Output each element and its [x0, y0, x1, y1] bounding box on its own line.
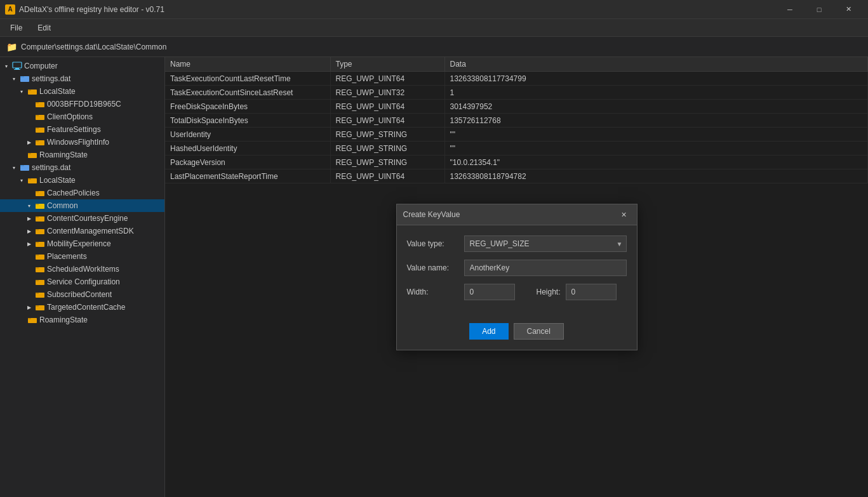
- expand-subscribedcontent: [25, 291, 33, 298]
- value-name-label: Value name:: [407, 263, 464, 272]
- dialog-title: Create KeyValue: [403, 210, 460, 219]
- svg-rect-16: [28, 153, 31, 154]
- tree-item-scheduledworkitems[interactable]: ScheduledWorkItems: [0, 263, 164, 275]
- title-bar: A ADeltaX's offline registry hive editor…: [0, 0, 868, 19]
- folder-icon-roamingstate2: [27, 315, 37, 324]
- folder-icon-contentmanagementsdk: [35, 227, 45, 235]
- expand-scheduledworkitems: [25, 265, 33, 273]
- tree-item-common[interactable]: ▾ Common: [0, 199, 164, 212]
- tree-label-mobilityexperience: MobilityExperience: [47, 239, 111, 248]
- expand-windowsflightinfo[interactable]: ▶: [25, 138, 33, 146]
- expand-contentmanagementsdk[interactable]: ▶: [25, 227, 33, 235]
- tree-item-windowsflightinfo[interactable]: ▶ WindowsFlightInfo: [0, 136, 164, 149]
- folder-icon-subscribedcontent: [35, 290, 45, 299]
- cancel-button[interactable]: Cancel: [514, 323, 564, 340]
- expand-placements: [25, 253, 33, 260]
- expand-localstate2[interactable]: ▾: [18, 176, 25, 184]
- svg-rect-34: [36, 267, 39, 268]
- svg-rect-10: [36, 115, 39, 116]
- svg-rect-32: [36, 255, 39, 256]
- expand-localstate1[interactable]: ▾: [18, 88, 25, 95]
- dialog-overlay: Create KeyValue × Value type: REG_UWP_SI…: [165, 57, 868, 497]
- folder-icon-serviceconfiguration: [35, 277, 45, 286]
- size-row: Width: Height:: [407, 284, 627, 300]
- menu-edit[interactable]: Edit: [30, 21, 58, 35]
- value-type-label: Value type:: [407, 239, 464, 248]
- tree-item-roamingstate2[interactable]: RoamingState: [0, 314, 164, 326]
- tree-label-windowsflightinfo: WindowsFlightInfo: [47, 138, 109, 147]
- folder-icon-localstate1: [27, 87, 37, 96]
- title-bar-text: ADeltaX's offline registry hive editor -…: [19, 5, 775, 14]
- dialog-footer: Add Cancel: [397, 318, 637, 350]
- expand-clientoptions: [25, 113, 33, 121]
- tree-item-cachedpolicies[interactable]: CachedPolicies: [0, 187, 164, 199]
- menu-bar: File Edit: [0, 19, 868, 37]
- folder-icon-featuresettings: [35, 125, 45, 134]
- tree-label-targetedcontentcache: TargetedContentCache: [47, 303, 125, 312]
- expand-targetedcontentcache[interactable]: ▶: [25, 303, 33, 311]
- value-type-select[interactable]: REG_UWP_SIZEREG_UWP_STRINGREG_UWP_UINT32…: [464, 235, 627, 252]
- address-path: Computer\settings.dat\LocalState\Common: [21, 43, 166, 51]
- tree-item-localstate2[interactable]: ▾ LocalState: [0, 174, 164, 187]
- svg-rect-2: [14, 69, 20, 70]
- tree-item-targetedcontentcache[interactable]: ▶ TargetedContentCache: [0, 301, 164, 314]
- tree-item-placements[interactable]: Placements: [0, 250, 164, 263]
- tree-label-clientoptions: ClientOptions: [47, 112, 93, 121]
- dialog-close-button[interactable]: ×: [618, 208, 631, 221]
- svg-rect-42: [28, 318, 31, 319]
- tree-label-localstate2: LocalState: [39, 176, 76, 185]
- width-input[interactable]: [464, 284, 515, 300]
- folder-icon-clientoptions: [35, 112, 45, 121]
- tree-item-roamingstate1[interactable]: RoamingState: [0, 149, 164, 161]
- tree-item-subscribedcontent[interactable]: SubscribedContent: [0, 288, 164, 301]
- expand-computer[interactable]: ▾: [3, 62, 10, 70]
- value-name-input[interactable]: [464, 260, 627, 276]
- tree-item-localstate1[interactable]: ▾ LocalState: [0, 85, 164, 98]
- svg-rect-12: [36, 128, 39, 129]
- tree-label-contentmanagementsdk: ContentManagementSDK: [47, 227, 134, 235]
- tree-item-computer[interactable]: ▾ Computer: [0, 60, 164, 72]
- create-keyvalue-dialog: Create KeyValue × Value type: REG_UWP_SI…: [396, 204, 638, 350]
- expand-common[interactable]: ▾: [25, 202, 33, 209]
- tree-item-settings1[interactable]: ▾ settings.dat: [0, 72, 164, 85]
- maximize-button[interactable]: □: [805, 0, 834, 19]
- folder-icon-localstate2: [27, 176, 37, 185]
- tree-label-subscribedcontent: SubscribedContent: [47, 290, 112, 299]
- expand-settings1[interactable]: ▾: [10, 75, 18, 83]
- tree-label-localstate1: LocalState: [39, 87, 76, 96]
- svg-rect-4: [20, 76, 24, 77]
- folder-icon-common: [35, 201, 45, 210]
- close-button[interactable]: ✕: [834, 0, 863, 19]
- expand-contentcourtesyengine[interactable]: ▶: [25, 215, 33, 222]
- tree-label-settings2: settings.dat: [32, 163, 70, 172]
- tree-item-clientoptions[interactable]: ClientOptions: [0, 110, 164, 123]
- dialog-body: Value type: REG_UWP_SIZEREG_UWP_STRINGRE…: [397, 225, 637, 318]
- svg-rect-26: [36, 216, 39, 218]
- svg-rect-24: [36, 204, 39, 205]
- tree-panel: ▾ Computer ▾ settings.dat ▾ LocalState: [0, 57, 165, 497]
- tree-item-mobilityexperience[interactable]: ▶ MobilityExperience: [0, 237, 164, 250]
- folder-icon-scheduledworkitems: [35, 265, 45, 274]
- expand-mobilityexperience[interactable]: ▶: [25, 240, 33, 248]
- tree-item-0003[interactable]: 0003BFFDD19B965C: [0, 98, 164, 110]
- svg-rect-0: [13, 62, 22, 68]
- folder-icon-address: 📁: [6, 42, 17, 52]
- svg-rect-36: [36, 280, 39, 281]
- svg-rect-20: [28, 178, 31, 180]
- height-input[interactable]: [566, 284, 617, 300]
- folder-icon-mobilityexperience: [35, 239, 45, 248]
- menu-file[interactable]: File: [3, 21, 30, 35]
- svg-rect-22: [36, 191, 39, 192]
- tree-item-contentmanagementsdk[interactable]: ▶ ContentManagementSDK: [0, 225, 164, 237]
- add-button[interactable]: Add: [469, 323, 508, 340]
- tree-item-serviceconfiguration[interactable]: Service Configuration: [0, 275, 164, 288]
- svg-rect-14: [36, 140, 39, 142]
- tree-item-settings2[interactable]: ▾ settings.dat: [0, 161, 164, 174]
- minimize-button[interactable]: ─: [775, 0, 805, 19]
- svg-rect-1: [15, 68, 19, 69]
- tree-item-contentcourtesyengine[interactable]: ▶ ContentCourtesyEngine: [0, 212, 164, 225]
- folder-icon-roamingstate1: [27, 150, 37, 159]
- expand-settings2[interactable]: ▾: [10, 164, 18, 171]
- svg-rect-28: [36, 229, 39, 230]
- tree-item-featuresettings[interactable]: FeatureSettings: [0, 123, 164, 136]
